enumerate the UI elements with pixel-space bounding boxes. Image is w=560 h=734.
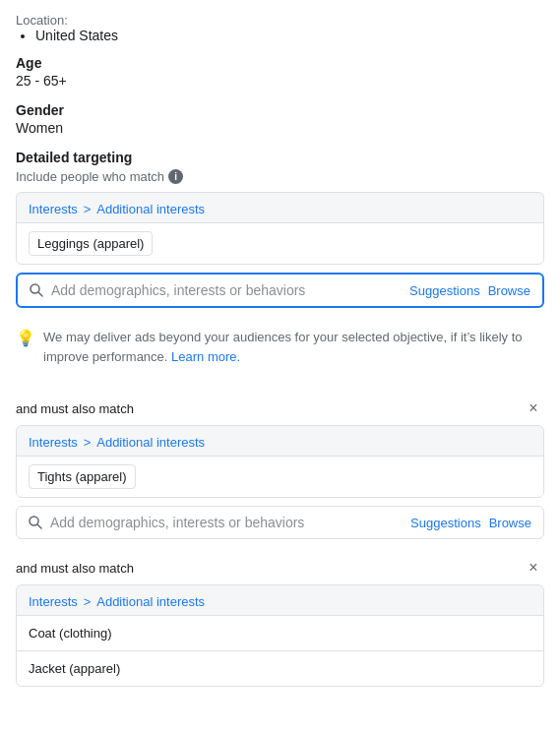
location-section: Location: United States [16, 12, 544, 43]
search-actions-2: Suggestions Browse [410, 516, 531, 530]
info-icon[interactable]: i [168, 169, 183, 184]
breadcrumb-additional-1[interactable]: Additional interests [96, 202, 205, 216]
suggestions-btn-1[interactable]: Suggestions [409, 283, 480, 298]
breadcrumb-sep-2: > [84, 435, 92, 450]
svg-line-1 [38, 292, 42, 296]
learn-more-link[interactable]: Learn more. [171, 349, 240, 364]
targeting-block-2: Interests > Additional interests Tights … [16, 425, 544, 498]
and-must-section-1: and must also match × Interests > Additi… [16, 390, 544, 539]
targeting-block-1: Interests > Additional interests Legging… [16, 192, 544, 265]
suggestions-btn-2[interactable]: Suggestions [410, 516, 481, 530]
close-and-must-2[interactable]: × [523, 557, 544, 579]
gender-section: Gender Women [16, 102, 544, 136]
search-placeholder-1: Add demographics, interests or behaviors [51, 282, 409, 298]
breadcrumb-interests-1[interactable]: Interests [29, 202, 78, 216]
search-placeholder-2: Add demographics, interests or behaviors [50, 515, 410, 530]
tag-leggings: Leggings (apparel) [29, 231, 153, 256]
and-must-header-2: and must also match × [16, 549, 544, 584]
tag-row-2: Tights (apparel) [17, 457, 543, 497]
breadcrumb-row-3: Interests > Additional interests [17, 585, 543, 616]
tag-coat: Coat (clothing) [17, 616, 543, 650]
tip-text: We may deliver ads beyond your audiences… [43, 328, 544, 366]
browse-btn-1[interactable]: Browse [488, 283, 530, 298]
include-label-text: Include people who match [16, 169, 164, 184]
location-value: United States [35, 28, 544, 43]
targeting-block-3: Interests > Additional interests Coat (c… [16, 584, 544, 687]
breadcrumb-interests-2[interactable]: Interests [29, 435, 78, 450]
location-label: Location: [16, 13, 68, 28]
and-must-label-1: and must also match [16, 401, 134, 416]
breadcrumb-sep-3: > [84, 594, 92, 609]
and-must-section-2: and must also match × Interests > Additi… [16, 549, 544, 687]
search-actions-1: Suggestions Browse [409, 283, 530, 298]
include-label-row: Include people who match i [16, 169, 544, 184]
search-icon-1 [30, 283, 43, 297]
breadcrumb-row-1: Interests > Additional interests [17, 193, 543, 223]
and-must-label-2: and must also match [16, 561, 134, 576]
search-box-2[interactable]: Add demographics, interests or behaviors… [16, 506, 544, 539]
tag-tights: Tights (apparel) [29, 464, 136, 489]
lightbulb-icon: 💡 [16, 329, 35, 347]
and-must-header-1: and must also match × [16, 390, 544, 425]
tip-row: 💡 We may deliver ads beyond your audienc… [16, 318, 544, 376]
age-label: Age [16, 55, 544, 71]
svg-line-3 [37, 524, 41, 528]
breadcrumb-additional-3[interactable]: Additional interests [96, 594, 205, 609]
tag-row-1: Leggings (apparel) [17, 223, 543, 264]
detailed-targeting-label: Detailed targeting [16, 150, 544, 165]
breadcrumb-sep-1: > [84, 202, 92, 216]
location-list: United States [16, 28, 544, 43]
browse-btn-2[interactable]: Browse [489, 516, 531, 530]
tag-jacket: Jacket (apparel) [17, 650, 543, 686]
search-box-1[interactable]: Add demographics, interests or behaviors… [16, 273, 544, 308]
age-value: 25 - 65+ [16, 73, 544, 89]
search-icon-2 [29, 516, 42, 529]
breadcrumb-row-2: Interests > Additional interests [17, 426, 543, 457]
age-section: Age 25 - 65+ [16, 55, 544, 89]
breadcrumb-interests-3[interactable]: Interests [29, 594, 78, 609]
gender-value: Women [16, 120, 544, 136]
detailed-targeting-section: Detailed targeting Include people who ma… [16, 150, 544, 687]
breadcrumb-additional-2[interactable]: Additional interests [96, 435, 205, 450]
gender-label: Gender [16, 102, 544, 118]
close-and-must-1[interactable]: × [523, 398, 544, 419]
